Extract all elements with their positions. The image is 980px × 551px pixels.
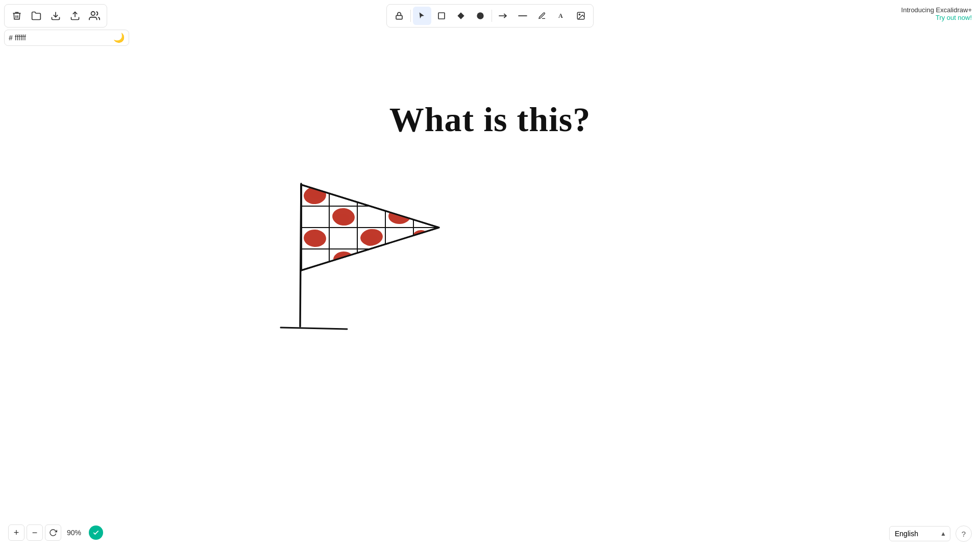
ellipse-tool[interactable] (471, 7, 489, 25)
dark-mode-button[interactable]: 🌙 (113, 32, 125, 43)
export-button[interactable] (66, 7, 84, 25)
canvas-main-text: What is this? (389, 99, 591, 140)
svg-marker-5 (457, 12, 464, 19)
svg-point-25 (413, 188, 434, 205)
zoom-in-button[interactable]: + (8, 524, 24, 541)
arrow-tool[interactable] (494, 7, 512, 25)
svg-rect-3 (396, 15, 402, 19)
promo-cta[interactable]: Try out now! (901, 14, 972, 21)
color-input[interactable] (15, 34, 56, 42)
zoom-level: 90% (63, 529, 85, 537)
language-selector[interactable]: English Español Français Deutsch 中文 (889, 526, 950, 541)
collab-button[interactable] (85, 7, 104, 25)
svg-point-6 (477, 12, 483, 19)
help-icon: ? (962, 530, 966, 538)
select-tool[interactable] (413, 7, 431, 25)
svg-point-32 (385, 250, 406, 267)
svg-point-2 (91, 12, 95, 15)
text-tool[interactable]: A (552, 7, 571, 25)
svg-line-13 (281, 328, 347, 329)
bottom-toolbar: + − 90% (8, 524, 103, 541)
svg-rect-4 (438, 13, 445, 19)
help-button[interactable]: ? (955, 525, 972, 542)
saved-badge (89, 525, 103, 540)
language-selector-wrapper: English Español Français Deutsch 中文 ▲ (889, 526, 950, 541)
flag-drawing (240, 158, 470, 347)
open-button[interactable] (27, 7, 45, 25)
svg-point-28 (303, 229, 327, 248)
line-tool[interactable] (513, 7, 532, 25)
diamond-tool[interactable] (452, 7, 470, 25)
promo-title: Introducing Excalidraw+ (901, 6, 972, 14)
zoom-reset-button[interactable] (45, 524, 61, 541)
center-toolbar: A (386, 4, 594, 28)
pencil-tool[interactable] (533, 7, 551, 25)
svg-point-11 (579, 14, 580, 15)
bottom-right-controls: English Español Français Deutsch 中文 ▲ ? (889, 525, 972, 542)
color-input-row: # 🌙 (4, 30, 129, 46)
svg-point-24 (360, 186, 383, 203)
image-tool[interactable] (572, 7, 590, 25)
save-button[interactable] (46, 7, 65, 25)
top-left-toolbar (4, 4, 107, 28)
svg-text:A: A (558, 12, 563, 19)
zoom-out-icon: − (32, 528, 38, 538)
delete-button[interactable] (8, 7, 26, 25)
color-hash: # (9, 34, 13, 42)
lock-tool[interactable] (390, 7, 408, 25)
zoom-out-button[interactable]: − (27, 524, 43, 541)
promo-banner: Introducing Excalidraw+ Try out now! (901, 6, 972, 21)
rect-tool[interactable] (432, 7, 451, 25)
zoom-in-icon: + (14, 528, 19, 538)
